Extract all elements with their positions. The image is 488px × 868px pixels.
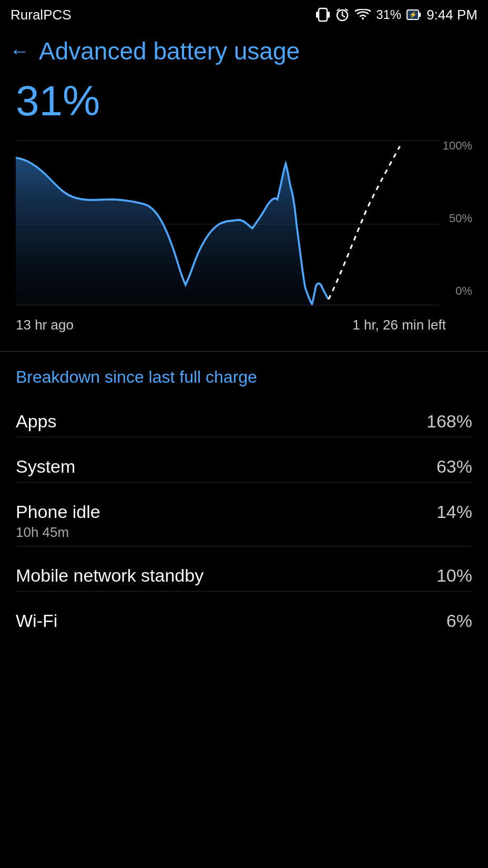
usage-item-phone-idle-value: 14% — [436, 502, 472, 522]
usage-item-system-left: System — [16, 456, 75, 477]
usage-item-apps-value: 168% — [426, 411, 472, 432]
battery-percent-status: 31% — [376, 7, 401, 22]
usage-item-wifi[interactable]: Wi-Fi 6% — [16, 592, 472, 636]
status-bar: RuralPCS 31% ⚡ 9:4 — [0, 0, 488, 27]
svg-rect-9 — [419, 13, 421, 17]
svg-line-6 — [337, 9, 339, 11]
chart-right-labels: 100% 50% 0% — [443, 135, 472, 314]
page-title: Advanced battery usage — [39, 37, 300, 65]
svg-text:⚡: ⚡ — [409, 11, 417, 18]
back-button[interactable]: ← — [9, 41, 29, 61]
usage-item-wifi-value: 6% — [446, 611, 472, 631]
battery-chart-svg — [16, 135, 472, 314]
usage-item-mobile-standby-name: Mobile network standby — [16, 565, 204, 586]
page-header: ← Advanced battery usage — [0, 27, 488, 75]
battery-percentage-display: 31% — [0, 75, 488, 122]
chart-label-0: 0% — [443, 284, 472, 298]
usage-item-phone-idle[interactable]: Phone idle 10h 45m 14% — [16, 483, 472, 546]
svg-rect-1 — [316, 12, 318, 18]
vibrate-icon — [316, 7, 330, 23]
svg-line-7 — [345, 9, 348, 11]
chart-bottom-labels: 13 hr ago 1 hr, 26 min left — [16, 314, 472, 333]
battery-icon: ⚡ — [406, 9, 421, 21]
chart-time-ago: 13 hr ago — [16, 317, 74, 333]
usage-item-apps-left: Apps — [16, 411, 57, 432]
usage-item-apps-name: Apps — [16, 411, 57, 432]
status-right-icons: 31% ⚡ 9:44 PM — [316, 7, 477, 23]
wifi-icon — [355, 9, 371, 21]
usage-item-system[interactable]: System 63% — [16, 437, 472, 483]
chart-label-50: 50% — [443, 212, 472, 225]
usage-item-phone-idle-left: Phone idle 10h 45m — [16, 502, 100, 541]
chart-label-100: 100% — [443, 139, 472, 153]
usage-item-wifi-name: Wi-Fi — [16, 611, 57, 631]
usage-item-system-name: System — [16, 456, 75, 477]
usage-item-mobile-standby-value: 10% — [436, 565, 472, 586]
chart-wrap: 100% 50% 0% — [16, 135, 472, 314]
breakdown-section: Breakdown since last full charge Apps 16… — [0, 352, 488, 636]
carrier-text: RuralPCS — [11, 7, 72, 23]
alarm-icon — [335, 7, 350, 22]
usage-item-wifi-left: Wi-Fi — [16, 611, 57, 631]
usage-item-system-value: 63% — [436, 456, 472, 477]
battery-chart-container: 100% 50% 0% 13 hr ago 1 hr, 26 min left — [0, 122, 488, 344]
usage-item-mobile-standby-left: Mobile network standby — [16, 565, 204, 586]
svg-rect-2 — [328, 12, 330, 18]
usage-item-apps[interactable]: Apps 168% — [16, 392, 472, 437]
usage-item-phone-idle-sub: 10h 45m — [16, 524, 100, 541]
svg-line-5 — [342, 15, 344, 17]
time-display: 9:44 PM — [426, 7, 477, 23]
breakdown-title: Breakdown since last full charge — [16, 367, 472, 387]
chart-time-left: 1 hr, 26 min left — [352, 317, 446, 333]
usage-item-mobile-standby[interactable]: Mobile network standby 10% — [16, 546, 472, 592]
usage-item-phone-idle-name: Phone idle — [16, 502, 100, 522]
svg-rect-0 — [319, 8, 327, 21]
